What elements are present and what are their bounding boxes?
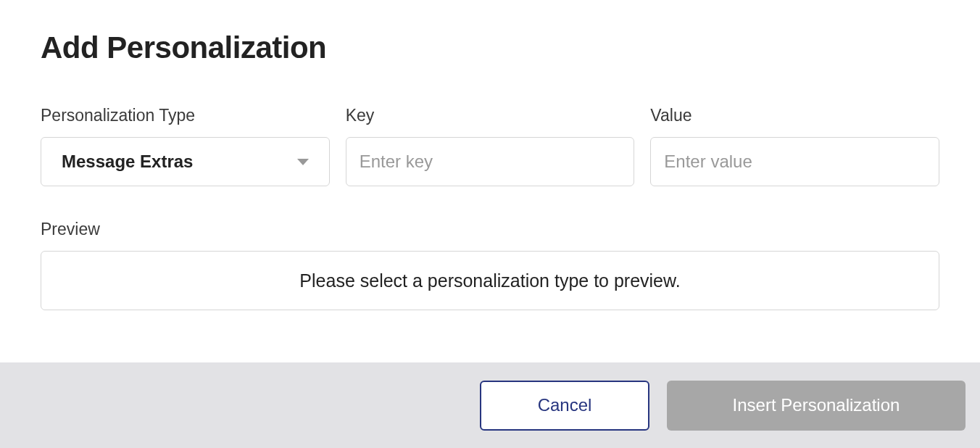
preview-section: Preview Please select a personalization … — [41, 220, 939, 310]
preview-message: Please select a personalization type to … — [299, 270, 680, 291]
dialog-footer: Cancel Insert Personalization — [0, 362, 980, 448]
preview-label: Preview — [41, 220, 939, 239]
personalization-type-label: Personalization Type — [41, 106, 330, 125]
personalization-type-value: Message Extras — [62, 152, 297, 172]
page-title: Add Personalization — [41, 30, 939, 65]
key-label: Key — [346, 106, 635, 125]
insert-personalization-button[interactable]: Insert Personalization — [667, 381, 966, 431]
value-label: Value — [650, 106, 939, 125]
personalization-type-group: Personalization Type Message Extras — [41, 106, 330, 186]
cancel-button[interactable]: Cancel — [480, 381, 649, 431]
preview-box: Please select a personalization type to … — [41, 251, 939, 310]
key-group: Key — [346, 106, 635, 186]
value-input[interactable] — [650, 137, 939, 186]
caret-down-icon — [297, 159, 309, 165]
value-group: Value — [650, 106, 939, 186]
form-row: Personalization Type Message Extras Key … — [41, 106, 939, 186]
personalization-type-select[interactable]: Message Extras — [41, 137, 330, 186]
key-input[interactable] — [346, 137, 635, 186]
